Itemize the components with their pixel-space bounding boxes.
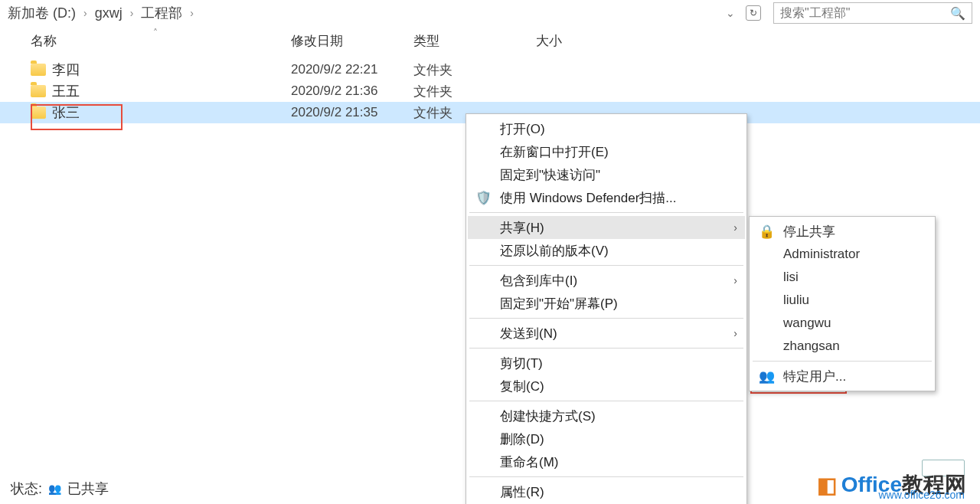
menu-rename[interactable]: 重命名(M) [468,450,745,473]
folder-icon [31,106,46,119]
breadcrumb-seg-gxwj[interactable]: gxwj [95,5,122,21]
history-dropdown-icon[interactable]: ⌄ [726,7,735,19]
submenu-user-administrator[interactable]: Administrator [751,243,933,266]
menu-properties[interactable]: 属性(R) [468,480,745,503]
menu-cut[interactable]: 剪切(T) [468,352,745,375]
column-header-type[interactable]: 类型 [413,32,536,50]
search-icon: 🔍 [950,6,965,21]
menu-separator [469,348,743,349]
menu-separator [469,212,743,213]
submenu-user-liuliu[interactable]: liuliu [751,289,933,312]
chevron-right-icon: › [80,7,90,19]
watermark-url: www.office26.com [878,489,965,501]
submenu-stop-sharing[interactable]: 🔒停止共享 [751,220,933,243]
menu-open[interactable]: 打开(O) [468,117,745,140]
menu-separator [469,318,743,319]
folder-icon [31,85,46,97]
context-menu: 打开(O) 在新窗口中打开(E) 固定到"快速访问" 🛡️使用 Windows … [466,113,747,504]
submenu-arrow-icon: › [733,221,737,234]
menu-open-new-window[interactable]: 在新窗口中打开(E) [468,140,745,163]
submenu-specific-people[interactable]: 👥特定用户... [751,365,933,388]
file-name: 张三 [52,103,80,122]
menu-copy[interactable]: 复制(C) [468,375,745,398]
lock-icon: 🔒 [759,224,774,240]
column-headers: ˄ 名称 修改日期 类型 大小 [0,26,980,54]
sort-ascending-icon: ˄ [153,28,158,38]
list-item[interactable]: 王五 2020/9/2 21:36 文件夹 [0,80,980,102]
watermark-logo: ◧ Office教程网 www.office26.com [817,470,966,499]
refresh-button[interactable]: ↻ [746,5,761,21]
search-input[interactable]: 搜索"工程部" 🔍 [773,2,972,24]
menu-create-shortcut[interactable]: 创建快捷方式(S) [468,404,745,427]
breadcrumb-seg-drive[interactable]: 新加卷 (D:) [8,4,76,22]
file-date: 2020/9/2 21:35 [291,105,413,120]
status-value: 已共享 [67,479,109,498]
office-logo-icon: ◧ [817,473,837,498]
breadcrumb[interactable]: 新加卷 (D:) › gxwj › 工程部 › [8,4,197,22]
column-header-date[interactable]: 修改日期 [291,32,413,50]
submenu-user-wangwu[interactable]: wangwu [751,312,933,335]
file-date: 2020/9/2 21:36 [291,83,413,99]
menu-pin-quick-access[interactable]: 固定到"快速访问" [468,163,745,186]
chevron-right-icon: › [127,7,137,19]
search-placeholder: 搜索"工程部" [780,5,850,21]
file-date: 2020/9/2 22:21 [291,62,413,77]
menu-separator [469,476,743,477]
chevron-right-icon: › [187,7,197,19]
address-bar: 新加卷 (D:) › gxwj › 工程部 › ⌄ ↻ 搜索"工程部" 🔍 [0,0,980,26]
folder-icon [31,64,46,76]
list-item[interactable]: 李四 2020/9/2 22:21 文件夹 [0,59,980,80]
menu-share[interactable]: 共享(H)› [468,216,745,239]
menu-restore-previous[interactable]: 还原以前的版本(V) [468,239,745,262]
file-name: 王五 [52,82,80,100]
submenu-user-lisi[interactable]: lisi [751,266,933,289]
breadcrumb-seg-dept[interactable]: 工程部 [141,4,182,22]
share-submenu: 🔒停止共享 Administrator lisi liuliu wangwu z… [749,216,936,391]
defender-shield-icon: 🛡️ [475,190,491,206]
menu-separator [753,361,932,362]
column-header-name[interactable]: 名称 [31,32,291,50]
status-label: 状态: [11,479,42,498]
menu-pin-start[interactable]: 固定到"开始"屏幕(P) [468,292,745,315]
status-bar: 状态: 👥 已共享 [11,479,109,498]
menu-send-to[interactable]: 发送到(N)› [468,322,745,345]
submenu-user-zhangsan[interactable]: zhangsan [751,335,933,358]
file-name: 李四 [52,61,80,79]
menu-separator [469,401,743,401]
file-type: 文件夹 [413,83,536,100]
shared-people-icon: 👥 [48,483,61,495]
people-icon: 👥 [759,368,774,385]
file-type: 文件夹 [413,61,536,79]
menu-separator [469,265,743,266]
menu-defender-scan[interactable]: 🛡️使用 Windows Defender扫描... [468,186,745,209]
menu-include-library[interactable]: 包含到库中(I)› [468,269,745,292]
submenu-arrow-icon: › [733,327,737,339]
menu-delete[interactable]: 删除(D) [468,427,745,450]
submenu-arrow-icon: › [733,274,737,286]
column-header-size[interactable]: 大小 [536,32,612,50]
